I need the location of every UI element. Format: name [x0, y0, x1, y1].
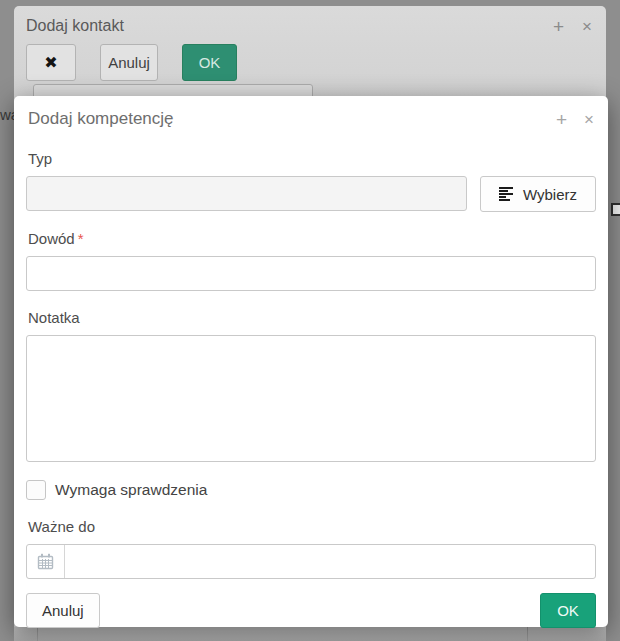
list-icon [499, 187, 514, 201]
notatka-textarea[interactable] [26, 335, 596, 462]
typ-input[interactable] [26, 176, 467, 211]
dialog-dodaj-kontakt-header: Dodaj kontakt + × [14, 6, 606, 36]
background-table-cell [14, 627, 38, 641]
background-table-row [14, 626, 606, 641]
dialog-title: Dodaj kontakt [26, 17, 124, 35]
cancel-button[interactable]: Anuluj [26, 593, 100, 628]
required-mark: * [78, 230, 84, 247]
wymaga-sprawdzenia-label: Wymaga sprawdzenia [55, 481, 207, 499]
calendar-button[interactable] [27, 545, 65, 578]
close-icon[interactable]: × [584, 111, 594, 128]
close-x-button[interactable]: ✖ [26, 44, 76, 81]
dialog-toolbar: ✖ Anuluj OK [14, 36, 606, 81]
dialog-dodaj-kompetencje: Dodaj kompetencję + × Typ Wybierz Dowód*… [14, 96, 608, 627]
maximize-icon[interactable]: + [553, 17, 564, 36]
dowod-label: Dowód* [26, 230, 596, 248]
background-table-separator [527, 627, 528, 641]
ok-button[interactable]: OK [540, 593, 596, 628]
dowod-input[interactable] [26, 256, 596, 291]
modal-header: Dodaj kompetencję + × [26, 106, 596, 132]
wazne-do-label: Ważne do [26, 518, 596, 536]
wazne-do-input[interactable] [65, 545, 595, 578]
wybierz-button[interactable]: Wybierz [480, 176, 596, 212]
background-partial-box [611, 203, 620, 216]
wymaga-sprawdzenia-checkbox[interactable] [26, 480, 46, 500]
cancel-button[interactable]: Anuluj [100, 44, 158, 81]
dowod-label-text: Dowód [28, 230, 75, 247]
calendar-icon [37, 553, 54, 570]
modal-title: Dodaj kompetencję [28, 109, 174, 129]
ok-button[interactable]: OK [182, 44, 237, 81]
maximize-icon[interactable]: + [556, 110, 567, 129]
wazne-do-date-group [26, 544, 596, 579]
close-icon[interactable]: × [582, 18, 592, 35]
wybierz-button-label: Wybierz [523, 186, 577, 203]
typ-label: Typ [26, 150, 596, 168]
notatka-label: Notatka [26, 309, 596, 327]
